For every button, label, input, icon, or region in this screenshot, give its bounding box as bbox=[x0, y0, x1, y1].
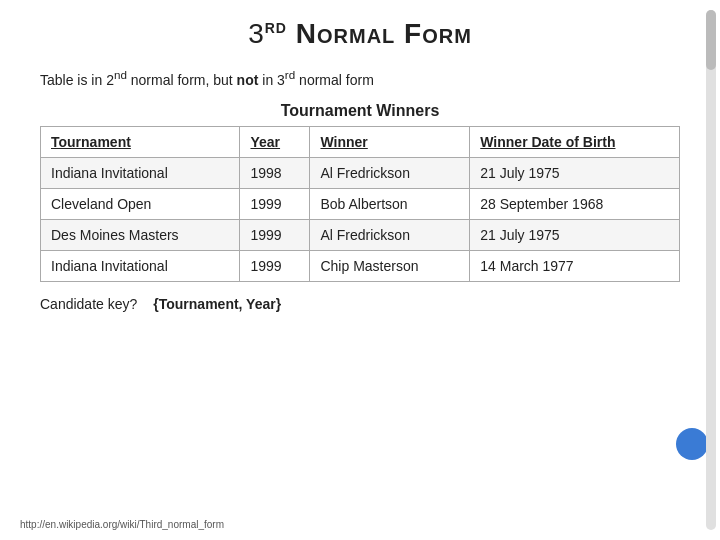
tournament-table: Tournament Year Winner Winner Date of Bi… bbox=[40, 126, 680, 282]
table-cell: 1998 bbox=[240, 157, 310, 188]
table-row: Indiana Invitational1998Al Fredrickson21… bbox=[41, 157, 680, 188]
scrollbar-track bbox=[706, 10, 716, 530]
table-cell: 14 March 1977 bbox=[470, 250, 680, 281]
table-cell: Al Fredrickson bbox=[310, 157, 470, 188]
table-cell: Indiana Invitational bbox=[41, 250, 240, 281]
table-cell: Cleveland Open bbox=[41, 188, 240, 219]
table-cell: 1999 bbox=[240, 188, 310, 219]
candidate-key-value: {Tournament, Year} bbox=[153, 296, 281, 312]
candidate-key-label: Candidate key? bbox=[40, 296, 137, 312]
table-title: Tournament Winners bbox=[40, 102, 680, 120]
decorative-circle bbox=[676, 428, 708, 460]
col-winner: Winner bbox=[310, 126, 470, 157]
table-cell: 28 September 1968 bbox=[470, 188, 680, 219]
table-header-row: Tournament Year Winner Winner Date of Bi… bbox=[41, 126, 680, 157]
title-superscript: RD bbox=[265, 20, 287, 36]
table-cell: Al Fredrickson bbox=[310, 219, 470, 250]
table-cell: 1999 bbox=[240, 250, 310, 281]
title-main: Normal Form bbox=[296, 18, 472, 49]
table-cell: Des Moines Masters bbox=[41, 219, 240, 250]
scrollbar-thumb[interactable] bbox=[706, 10, 716, 70]
table-row: Indiana Invitational1999Chip Masterson14… bbox=[41, 250, 680, 281]
table-cell: Indiana Invitational bbox=[41, 157, 240, 188]
candidate-key-row: Candidate key? {Tournament, Year} bbox=[40, 296, 680, 312]
table-cell: 21 July 1975 bbox=[470, 157, 680, 188]
col-tournament: Tournament bbox=[41, 126, 240, 157]
page-title: 3RD Normal Form bbox=[40, 18, 680, 50]
table-cell: Chip Masterson bbox=[310, 250, 470, 281]
subtitle: Table is in 2nd normal form, but not in … bbox=[40, 68, 680, 88]
table-row: Des Moines Masters1999Al Fredrickson21 J… bbox=[41, 219, 680, 250]
table-cell: 21 July 1975 bbox=[470, 219, 680, 250]
table-cell: 1999 bbox=[240, 219, 310, 250]
title-number: 3 bbox=[248, 18, 265, 49]
col-winner-dob: Winner Date of Birth bbox=[470, 126, 680, 157]
table-cell: Bob Albertson bbox=[310, 188, 470, 219]
col-year: Year bbox=[240, 126, 310, 157]
footer-link: http://en.wikipedia.org/wiki/Third_norma… bbox=[20, 519, 224, 530]
table-row: Cleveland Open1999Bob Albertson28 Septem… bbox=[41, 188, 680, 219]
